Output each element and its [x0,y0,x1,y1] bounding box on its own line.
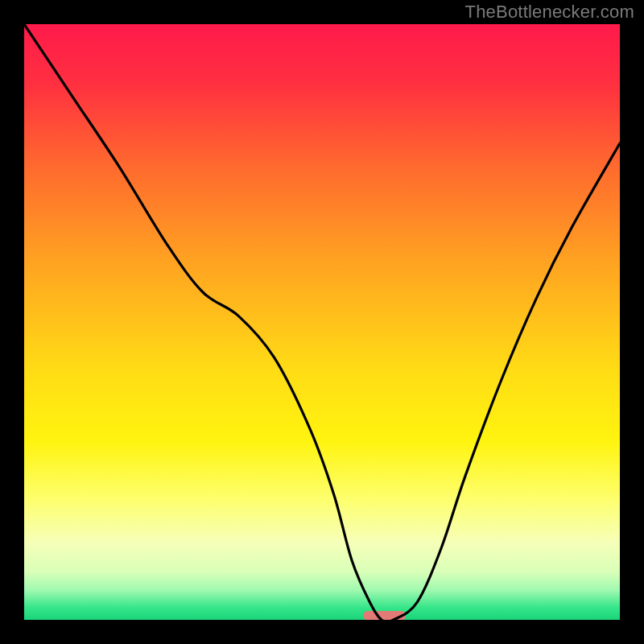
gradient-background [24,24,620,620]
bottleneck-chart [24,24,620,620]
chart-frame: TheBottlenecker.com [0,0,644,644]
plot-area [24,24,620,620]
watermark-text: TheBottlenecker.com [465,2,634,23]
